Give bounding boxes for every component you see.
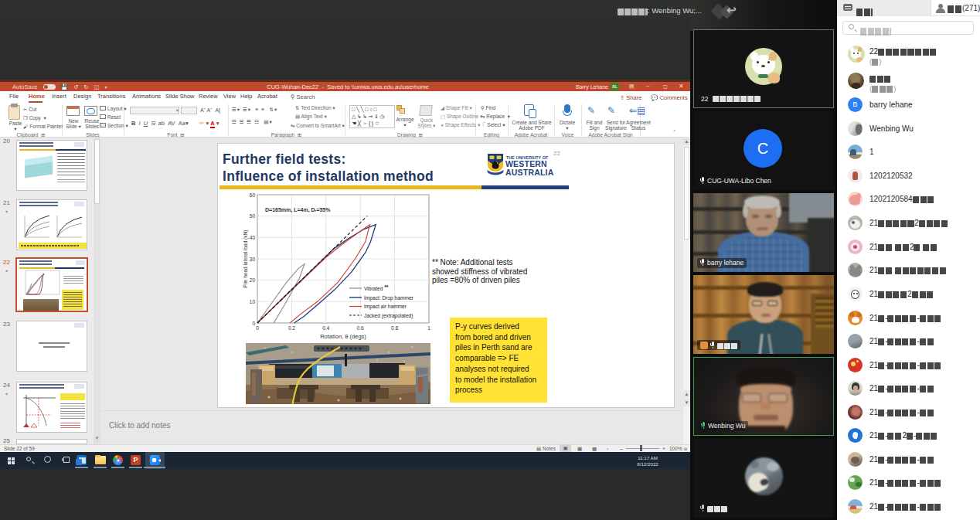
svg-text:0.4: 0.4	[322, 325, 329, 331]
svg-text:Rotation, θ (degs): Rotation, θ (degs)	[320, 333, 366, 340]
svg-text:0.2: 0.2	[288, 325, 295, 331]
svg-text:0: 0	[256, 325, 259, 331]
svg-text:50: 50	[250, 213, 256, 219]
svg-text:10: 10	[250, 299, 256, 304]
svg-text:0: 0	[252, 321, 255, 326]
svg-text:20: 20	[250, 277, 256, 283]
svg-text:60: 60	[250, 192, 256, 198]
svg-text:40: 40	[250, 235, 256, 240]
svg-text:Jacked (extrapolated): Jacked (extrapolated)	[364, 313, 413, 319]
svg-text:1: 1	[427, 325, 430, 331]
svg-text:0.8: 0.8	[391, 325, 398, 331]
svg-text:30: 30	[250, 257, 256, 262]
svg-text:Pile head lateral load (kN): Pile head lateral load (kN)	[243, 230, 249, 288]
svg-text:0.6: 0.6	[357, 325, 364, 331]
svg-text:Impact air hammer: Impact air hammer	[364, 304, 407, 310]
svg-text:Impact: Drop hammer: Impact: Drop hammer	[364, 295, 414, 301]
svg-text:D=165mm, L=4m, Dᵣ=55%: D=165mm, L=4m, Dᵣ=55%	[265, 207, 331, 213]
